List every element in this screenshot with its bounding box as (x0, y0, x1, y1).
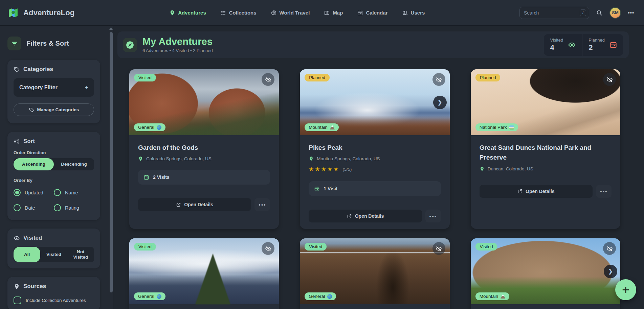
add-adventure-button[interactable]: + (615, 279, 636, 300)
radio-circle (54, 204, 61, 211)
navbar-right: / SM ••• (519, 7, 637, 19)
navbar-more-button[interactable]: ••• (626, 7, 637, 18)
hide-toggle-button[interactable] (432, 242, 445, 255)
scrollbar-up-arrow[interactable] (109, 27, 113, 30)
sort-icon (14, 138, 20, 145)
stat-label: Visited (550, 38, 563, 43)
radio-circle (14, 204, 21, 211)
radio-name[interactable]: Name (54, 189, 94, 196)
adventure-card[interactable]: Visited General Garden of the Gods Color… (129, 69, 279, 229)
card-body: Garden of the Gods Colorado Springs, Col… (129, 135, 279, 229)
adventure-card[interactable]: Planned National Park Great Sand Dunes N… (471, 69, 620, 229)
adventure-card[interactable]: Visited General (300, 238, 449, 309)
sidebar-title: Filters & Sort (26, 40, 69, 47)
segment-all[interactable]: All (14, 247, 40, 262)
card-footer: Open Details ●●● (480, 185, 612, 198)
map-pin-icon (169, 10, 175, 16)
search-box[interactable]: / (519, 7, 589, 19)
star-rating: ★★★★★ (309, 166, 339, 173)
avatar[interactable]: SM (609, 7, 621, 19)
radio-date[interactable]: Date (14, 204, 54, 211)
compass-icon (126, 41, 134, 49)
status-badge: Visited (475, 243, 497, 251)
eye-off-icon (436, 76, 442, 83)
expand-plus-icon: + (85, 84, 88, 91)
eye-off-icon (265, 245, 271, 252)
adventure-photo: Visited General (129, 69, 279, 135)
adventure-grid: Visited General Garden of the Gods Color… (129, 69, 620, 309)
adventure-photo: Planned ❯ Mountain (300, 69, 449, 135)
category-emoji-icon (157, 294, 161, 299)
adventure-location: Manitou Springs, Colorado, US (317, 156, 380, 161)
calendar-icon (609, 41, 617, 49)
open-details-button[interactable]: Open Details (138, 198, 251, 211)
manage-categories-button[interactable]: Manage Categories (14, 103, 94, 116)
hide-toggle-button[interactable] (432, 73, 445, 86)
calendar-icon (143, 174, 149, 180)
card-body: Pikes Peak Manitou Springs, Colorado, US… (300, 135, 449, 229)
radio-updated[interactable]: Updated (14, 189, 54, 196)
nav-world-travel[interactable]: World Travel (271, 10, 310, 16)
hide-toggle-button[interactable] (603, 73, 616, 86)
hide-toggle-button[interactable] (603, 242, 616, 255)
stat-value: 4 (550, 43, 563, 52)
eye-off-icon (265, 76, 271, 83)
nav-collections[interactable]: Collections (220, 10, 257, 16)
visit-count: 2 Visits (153, 174, 170, 180)
eye-icon (568, 41, 576, 49)
nav-label: World Travel (280, 10, 310, 16)
scrollbar-thumb[interactable] (110, 32, 113, 292)
calendar-icon (314, 186, 320, 192)
radio-rating[interactable]: Rating (54, 204, 94, 211)
more-options-button[interactable]: ●●● (596, 185, 612, 198)
main-content: My Adventures 6 Adventures • 4 Visited •… (113, 26, 644, 309)
nav-label: Adventures (178, 10, 206, 16)
hide-toggle-button[interactable] (262, 242, 274, 255)
nav-map[interactable]: Map (324, 10, 343, 16)
tag-icon (29, 107, 34, 113)
ellipsis-icon: ●●● (429, 214, 437, 218)
open-details-label: Open Details (184, 202, 213, 207)
adventure-card[interactable]: Visited General (129, 238, 279, 309)
visit-count: 1 Visit (324, 186, 337, 191)
open-details-button[interactable]: Open Details (309, 210, 422, 222)
eye-off-icon (436, 245, 442, 252)
filter-icon-badge (7, 37, 21, 50)
carousel-next-button[interactable]: ❯ (433, 96, 447, 109)
users-icon (402, 10, 408, 16)
segment-descending[interactable]: Descending (54, 158, 94, 170)
search-input[interactable] (524, 10, 580, 16)
segment-not-visited[interactable]: Not Visited (67, 247, 94, 262)
map-pin-icon (14, 283, 20, 290)
search-button[interactable] (594, 7, 605, 18)
nav-users[interactable]: Users (402, 10, 425, 16)
visited-segment: All Visited Not Visited (14, 247, 94, 262)
include-collection-adventures-checkbox[interactable]: Include Collection Adventures (14, 296, 94, 304)
category-filter-collapse[interactable]: Category Filter + (14, 78, 94, 97)
stat-label: Planned (589, 38, 605, 43)
card-body (129, 304, 279, 309)
hide-toggle-button[interactable] (262, 73, 274, 86)
segment-ascending[interactable]: Ascending (14, 158, 54, 170)
categories-title: Categories (23, 66, 53, 73)
adventure-card[interactable]: Planned ❯ Mountain Pikes Peak Manitou Sp… (300, 69, 449, 229)
eye-icon (14, 235, 20, 241)
carousel-next-button[interactable]: ❯ (604, 265, 617, 278)
segment-visited[interactable]: Visited (40, 247, 67, 262)
nav-calendar[interactable]: Calendar (357, 10, 387, 16)
brand[interactable]: AdventureLog (7, 7, 75, 19)
adventure-location: Duncan, Colorado, US (488, 166, 533, 171)
order-direction-label: Order Direction (14, 150, 94, 155)
nav-adventures[interactable]: Adventures (169, 10, 206, 16)
visits-box: 1 Visit (309, 181, 441, 196)
adventure-title: Great Sand Dunes National Park and Prese… (480, 143, 612, 163)
category-badge-label: General (309, 294, 325, 299)
status-badge: Visited (134, 243, 156, 251)
navbar: AdventureLog Adventures Collections Worl… (0, 0, 644, 26)
order-by-options: Updated Name Date Rating (14, 189, 94, 211)
more-options-button[interactable]: ●●● (254, 198, 270, 211)
more-options-button[interactable]: ●●● (425, 210, 441, 222)
open-details-button[interactable]: Open Details (480, 185, 593, 198)
adventure-card[interactable]: Visited ❯ Mountain (471, 238, 620, 309)
location-row: Duncan, Colorado, US (480, 166, 612, 171)
